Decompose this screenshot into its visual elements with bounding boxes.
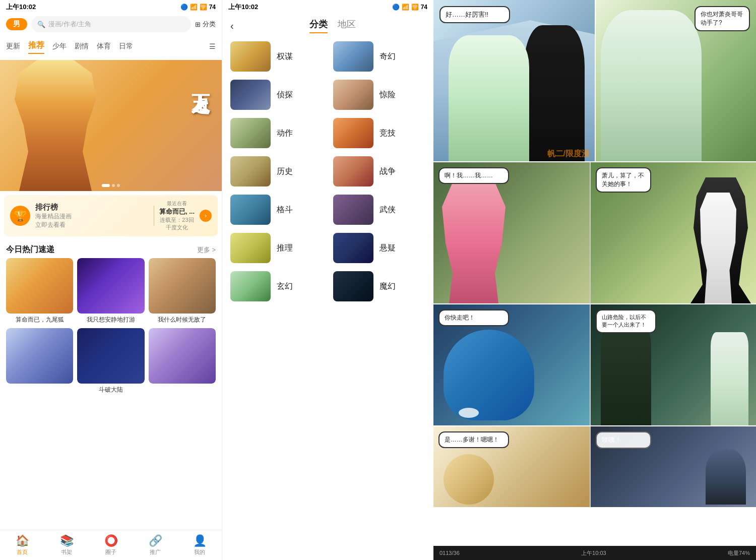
cat-name-mohuan: 魔幻 [380, 281, 396, 292]
banner-dot-2[interactable] [112, 184, 115, 187]
comic-panel-top-right: 你也对萧炎哥哥动手了? [596, 0, 756, 161]
promote-icon: 🔗 [149, 534, 162, 547]
recent-arrow[interactable]: › [200, 210, 212, 222]
tab-recommend[interactable]: 推荐 [28, 38, 44, 54]
cat-thumb-zhanzheng [333, 156, 373, 186]
cat-thumb-img-zhentang [230, 80, 271, 110]
category-button[interactable]: ⊞ 分类 [195, 20, 216, 29]
cat-item-gedou[interactable]: 格斗 [230, 195, 323, 225]
cat-tab-category[interactable]: 分类 [309, 18, 328, 33]
tab-sports[interactable]: 体育 [97, 40, 111, 53]
cat-item-mohuan[interactable]: 魔幻 [333, 271, 426, 301]
cat-signal-icon: 📶 [402, 4, 409, 11]
cat-item-qihuan[interactable]: 奇幻 [333, 41, 426, 72]
manga-item-2[interactable]: 我只想安静地打游 [77, 258, 144, 324]
home-icon: 🏠 [16, 534, 29, 547]
ranking-title: 排行榜 [35, 203, 149, 212]
cat-item-tuili[interactable]: 推理 [230, 233, 323, 263]
banner-dot-3[interactable] [117, 184, 120, 187]
search-bar[interactable]: 🔍 漫画/作者/主角 [31, 16, 191, 32]
last-char-2 [706, 449, 746, 505]
banner-dot-1[interactable] [102, 184, 110, 187]
manga-item-4[interactable] [6, 328, 73, 394]
cat-item-quanmou[interactable]: 权谋 [230, 41, 323, 72]
cat-item-dongzuo[interactable]: 动作 [230, 118, 323, 148]
tab-more[interactable]: ☰ [209, 40, 216, 52]
recent-label: 最近在看 [167, 200, 187, 207]
manga-thumb-img-2 [77, 258, 144, 314]
cat-item-lishi[interactable]: 历史 [230, 156, 323, 186]
cat-row-4: 历史 战争 [230, 156, 425, 186]
nav-profile[interactable]: 👤 我的 [177, 534, 222, 556]
cat-thumb-img-gedou [230, 195, 271, 225]
tab-daily[interactable]: 日常 [119, 40, 133, 53]
cat-row-1: 权谋 奇幻 [230, 41, 425, 72]
cat-item-wuxia[interactable]: 武侠 [333, 195, 426, 225]
cat-item-jingxian[interactable]: 惊险 [333, 80, 426, 110]
signal-icon: 📶 [190, 4, 198, 11]
nav-home[interactable]: 🏠 首页 [0, 534, 44, 556]
comic-panel-mid-right: 萧儿，算了，不关她的事！ [591, 162, 756, 303]
nav-profile-label: 我的 [194, 548, 205, 556]
cat-thumb-img-quanmou [230, 41, 271, 72]
cat-header: ‹ 分类 地区 [222, 14, 433, 37]
comic-panel-top-left: 好……好厉害!! [433, 0, 595, 161]
ranking-divider [154, 206, 154, 226]
cat-item-xuanyi[interactable]: 悬疑 [333, 233, 426, 263]
nav-promote[interactable]: 🔗 推广 [133, 534, 177, 556]
comic-panel-last-right: 唉咦！ [591, 426, 756, 507]
cat-tab-region[interactable]: 地区 [338, 18, 356, 33]
blue-face [444, 330, 534, 420]
banner-area[interactable]: 万人之上 [0, 60, 222, 191]
more-button[interactable]: 更多 > [197, 245, 216, 255]
tab-update[interactable]: 更新 [6, 40, 20, 53]
ranking-info: 排行榜 海量精品漫画 立即去看看 [35, 203, 149, 229]
cat-name-dongzuo: 动作 [277, 128, 293, 139]
manga-title-1: 算命而已，九尾狐 [6, 316, 73, 324]
cat-name-xuanyi: 悬疑 [380, 243, 396, 254]
battery-icon: 74 [209, 4, 216, 11]
comic-top-section: 好……好厉害!! 你也对萧炎哥哥动手了? [433, 0, 756, 161]
cat-thumb-img-qihuan [333, 41, 373, 72]
cat-row-7: 玄幻 魔幻 [230, 271, 425, 301]
tab-drama[interactable]: 剧情 [75, 40, 89, 53]
bluetooth-icon: 🔵 [180, 4, 188, 11]
status-bar-cat: 上午10:02 🔵 📶 🛜 74 [222, 0, 433, 14]
panel-home: 上午10:02 🔵 📶 🛜 74 男 🔍 漫画/作者/主角 ⊞ 分类 更新 推荐… [0, 0, 222, 560]
home-header-top: 男 🔍 漫画/作者/主角 ⊞ 分类 [6, 16, 216, 32]
bottom-nav: 🏠 首页 📚 书架 ⭕ 圈子 🔗 推广 👤 我的 [0, 530, 222, 560]
cat-item-jingji[interactable]: 竞技 [333, 118, 426, 148]
manga-item-5[interactable]: 斗破大陆 [77, 328, 144, 394]
cat-item-xuanhuan[interactable]: 玄幻 [230, 271, 323, 301]
cat-thumb-mohuan [333, 271, 373, 301]
nav-shelf[interactable]: 📚 书架 [44, 534, 89, 556]
manga-item-1[interactable]: 算命而已，九尾狐 [6, 258, 73, 324]
comic-panel-last-left: 是……多谢！嗯嗯！ [433, 426, 590, 507]
manga-thumb-5 [77, 328, 144, 384]
manga-item-6[interactable] [149, 328, 216, 394]
search-placeholder: 漫画/作者/主角 [48, 20, 91, 29]
manga-item-3[interactable]: 我什么时候无敌了 [149, 258, 216, 324]
status-icons-home: 🔵 📶 🛜 74 [180, 4, 216, 11]
manga-thumb-4 [6, 328, 73, 384]
teeth [459, 408, 479, 418]
tab-boy[interactable]: 少年 [52, 40, 67, 53]
gender-badge[interactable]: 男 [6, 18, 27, 30]
cat-row-5: 格斗 武侠 [230, 195, 425, 225]
back-button[interactable]: ‹ [230, 20, 234, 32]
recent-watch: 最近在看 算命而已, ... 连载至：23回 千度文化 [159, 200, 195, 231]
comic-last-section: 是……多谢！嗯嗯！ 唉咦！ [433, 426, 756, 507]
cat-thumb-xuanyi [333, 233, 373, 263]
cat-item-zhentang[interactable]: 侦探 [230, 80, 323, 110]
status-icons-cat: 🔵 📶 🛜 74 [392, 4, 427, 11]
comic-panel-bot-right: 山路危险，以后不要一个人出来了！ [591, 304, 756, 425]
cat-item-zhanzheng[interactable]: 战争 [333, 156, 426, 186]
nav-circle[interactable]: ⭕ 圈子 [89, 534, 133, 556]
cat-row-3: 动作 竞技 [230, 118, 425, 148]
recent-sub2: 千度文化 [166, 224, 188, 231]
banner-character-1 [10, 60, 101, 191]
manga-page[interactable]: 好……好厉害!! 你也对萧炎哥哥动手了? 帆二/限度漫 啊！我……我…… 萧儿，… [433, 0, 756, 546]
cat-name-gedou: 格斗 [277, 205, 293, 215]
comic-bot-section: 你快走吧！ 山路危险，以后不要一个人出来了！ [433, 304, 756, 425]
ranking-bar[interactable]: 🏆 排行榜 海量精品漫画 立即去看看 最近在看 算命而已, ... 连载至：23… [4, 195, 218, 236]
